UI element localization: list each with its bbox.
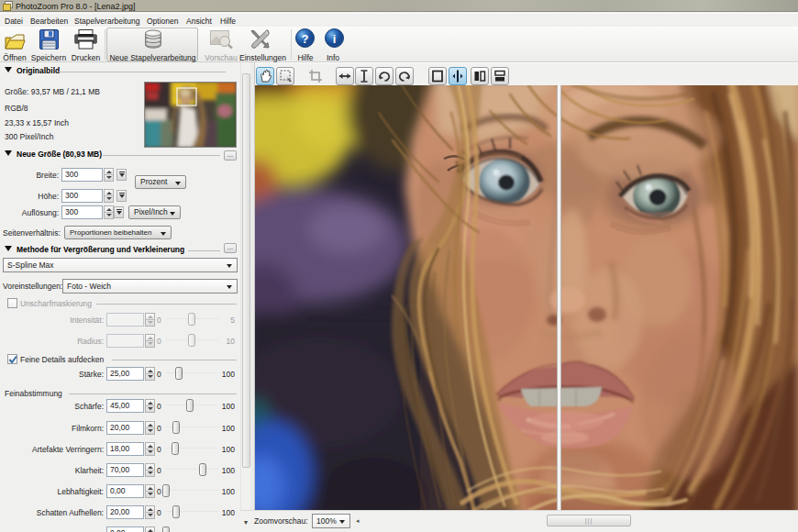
- svg-text:?: ?: [302, 32, 309, 46]
- svg-text:i: i: [333, 32, 337, 46]
